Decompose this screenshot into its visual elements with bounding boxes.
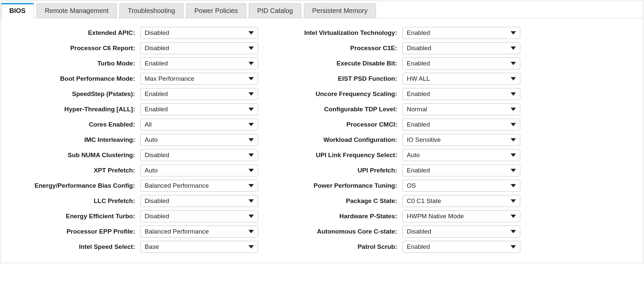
setting-row: Cores Enabled: All	[4, 119, 260, 131]
bios-config-panel: BIOS Remote Management Troubleshooting P…	[1, 1, 643, 263]
select-value: Enabled	[407, 243, 511, 250]
select-imc-interleaving[interactable]: Auto	[140, 134, 258, 146]
setting-row: Turbo Mode: Enabled	[4, 57, 260, 69]
select-power-performance-tuning[interactable]: OS	[402, 180, 520, 192]
select-value: Normal	[407, 106, 511, 113]
tab-power-policies[interactable]: Power Policies	[186, 3, 246, 18]
select-value: Auto	[407, 151, 511, 159]
select-value: Disabled	[145, 151, 249, 159]
setting-row: Sub NUMA Clustering: Disabled	[4, 149, 260, 161]
select-processor-c1e[interactable]: Disabled	[402, 42, 520, 54]
setting-label-intel-speed-select: Intel Speed Select:	[4, 243, 140, 250]
chevron-down-icon	[511, 169, 516, 172]
select-hardware-p-states[interactable]: HWPM Native Mode	[402, 210, 520, 222]
select-cores-enabled[interactable]: All	[140, 119, 258, 131]
setting-row: Boot Performance Mode: Max Performance	[4, 73, 260, 85]
setting-label-extended-apic: Extended APIC:	[4, 29, 140, 37]
tab-bios[interactable]: BIOS	[1, 3, 34, 18]
select-hyper-threading-all[interactable]: Enabled	[140, 103, 258, 115]
select-energy-efficient-turbo[interactable]: Disabled	[140, 210, 258, 222]
select-speedstep-pstates[interactable]: Enabled	[140, 88, 258, 100]
chevron-down-icon	[511, 62, 516, 65]
chevron-down-icon	[249, 123, 254, 126]
setting-row: UPI Prefetch: Enabled	[270, 164, 525, 176]
setting-row: Package C State: C0 C1 State	[270, 195, 525, 207]
setting-row: Intel Virtualization Technology: Enabled	[270, 27, 525, 39]
select-boot-performance-mode[interactable]: Max Performance	[140, 73, 258, 85]
setting-row: EIST PSD Function: HW ALL	[270, 73, 525, 85]
select-uncore-frequency-scaling[interactable]: Enabled	[402, 88, 520, 100]
select-value: All	[145, 121, 249, 128]
chevron-down-icon	[249, 138, 254, 142]
select-value: Disabled	[145, 29, 249, 37]
select-value: Enabled	[407, 60, 511, 67]
setting-row: Hyper-Threading [ALL]: Enabled	[4, 103, 260, 115]
setting-label-autonomous-core-c-state: Autonomous Core C-state:	[270, 228, 402, 235]
setting-row: Uncore Frequency Scaling: Enabled	[270, 88, 525, 100]
setting-label-power-performance-tuning: Power Performance Tuning:	[270, 182, 402, 189]
select-eist-psd-function[interactable]: HW ALL	[402, 73, 520, 85]
select-workload-configuration[interactable]: IO Sensitive	[402, 134, 520, 146]
chevron-down-icon	[249, 31, 254, 35]
setting-row: Hardware P-States: HWPM Native Mode	[270, 210, 525, 222]
select-value: Enabled	[145, 106, 249, 113]
select-processor-cmci[interactable]: Enabled	[402, 119, 520, 131]
tab-remote-management[interactable]: Remote Management	[36, 3, 117, 18]
setting-label-imc-interleaving: IMC Interleaving:	[4, 136, 140, 144]
setting-row: Intel Speed Select: Base	[4, 241, 260, 253]
select-llc-prefetch[interactable]: Disabled	[140, 195, 258, 207]
bios-settings-content: Extended APIC: Disabled Processor C6 Rep…	[1, 18, 643, 263]
select-package-c-state[interactable]: C0 C1 State	[402, 195, 520, 207]
select-xpt-prefetch[interactable]: Auto	[140, 164, 258, 176]
select-upi-prefetch[interactable]: Enabled	[402, 164, 520, 176]
select-value: Enabled	[407, 167, 511, 174]
select-turbo-mode[interactable]: Enabled	[140, 57, 258, 69]
chevron-down-icon	[249, 108, 254, 111]
setting-row: Energy Efficient Turbo: Disabled	[4, 210, 260, 222]
tab-persistent-memory[interactable]: Persistent Memory	[304, 3, 376, 18]
chevron-down-icon	[249, 92, 254, 96]
select-value: Disabled	[145, 197, 249, 205]
select-value: HW ALL	[407, 75, 511, 82]
chevron-down-icon	[511, 47, 516, 50]
setting-label-turbo-mode: Turbo Mode:	[4, 60, 140, 67]
chevron-down-icon	[511, 31, 516, 35]
select-upi-link-frequency-select[interactable]: Auto	[402, 149, 520, 161]
select-value: IO Sensitive	[407, 136, 511, 144]
chevron-down-icon	[511, 199, 516, 203]
setting-label-cores-enabled: Cores Enabled:	[4, 121, 140, 128]
setting-row: XPT Prefetch: Auto	[4, 164, 260, 176]
setting-row: Energy/Performance Bias Config: Balanced…	[4, 180, 260, 192]
setting-label-processor-epp-profile: Processor EPP Profile:	[4, 228, 140, 235]
setting-label-energy-performance-bias-config: Energy/Performance Bias Config:	[4, 182, 140, 189]
select-configurable-tdp-level[interactable]: Normal	[402, 103, 520, 115]
setting-label-processor-cmci: Processor CMCI:	[270, 121, 402, 128]
setting-row: UPI Link Frequency Select: Auto	[270, 149, 525, 161]
chevron-down-icon	[511, 77, 516, 80]
setting-label-processor-c1e: Processor C1E:	[270, 45, 402, 52]
select-intel-virtualization-technology[interactable]: Enabled	[402, 27, 520, 39]
select-extended-apic[interactable]: Disabled	[140, 27, 258, 39]
select-energy-performance-bias-config[interactable]: Balanced Performance	[140, 180, 258, 192]
select-value: Disabled	[407, 45, 511, 52]
select-processor-epp-profile[interactable]: Balanced Performance	[140, 226, 258, 238]
tab-pid-catalog[interactable]: PID Catalog	[249, 3, 301, 18]
setting-label-eist-psd-function: EIST PSD Function:	[270, 75, 402, 82]
chevron-down-icon	[511, 245, 516, 248]
select-sub-numa-clustering[interactable]: Disabled	[140, 149, 258, 161]
setting-label-xpt-prefetch: XPT Prefetch:	[4, 167, 140, 174]
select-execute-disable-bit[interactable]: Enabled	[402, 57, 520, 69]
chevron-down-icon	[249, 153, 254, 157]
tab-troubleshooting[interactable]: Troubleshooting	[119, 3, 183, 18]
select-value: Enabled	[145, 60, 249, 67]
select-autonomous-core-c-state[interactable]: Disabled	[402, 226, 520, 238]
select-value: HWPM Native Mode	[407, 213, 511, 220]
settings-column-right: Intel Virtualization Technology: Enabled…	[270, 27, 525, 256]
select-processor-c6-report[interactable]: Disabled	[140, 42, 258, 54]
select-value: Balanced Performance	[145, 182, 249, 189]
select-patrol-scrub[interactable]: Enabled	[402, 241, 520, 253]
setting-label-sub-numa-clustering: Sub NUMA Clustering:	[4, 151, 140, 159]
chevron-down-icon	[249, 77, 254, 80]
chevron-down-icon	[511, 230, 516, 233]
select-intel-speed-select[interactable]: Base	[140, 241, 258, 253]
